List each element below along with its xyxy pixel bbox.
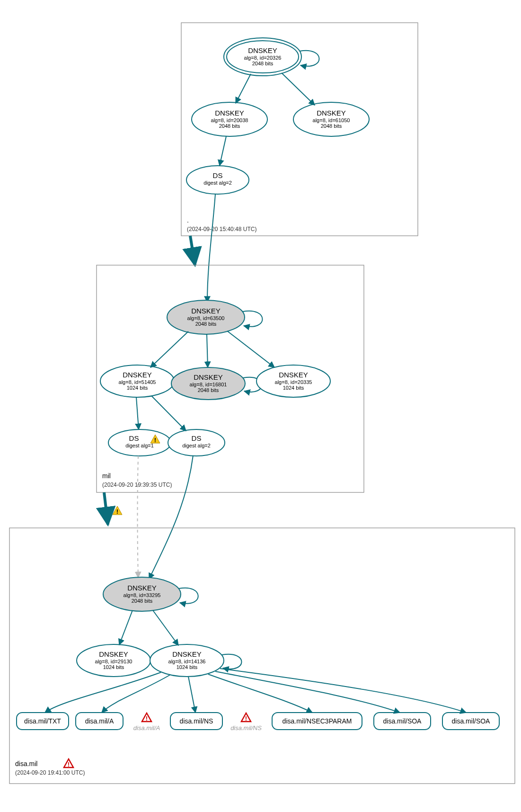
- zone-mil-label: mil: [102, 472, 111, 480]
- edge-rootk2-ds: [220, 136, 226, 166]
- error-icon: [241, 713, 251, 722]
- rr-ns-ghost-label: disa.mil/NS: [230, 724, 262, 732]
- edge-ds2-disak1: [149, 455, 193, 579]
- disa-k2-sub2: 1024 bits: [103, 664, 124, 670]
- mil-k2-title: DNSKEY: [123, 371, 152, 379]
- rr-ns-ghost: disa.mil/NS: [230, 713, 262, 732]
- rr-a-label: disa.mil/A: [85, 717, 114, 725]
- mil-ds2-title: DS: [192, 434, 202, 442]
- edge-milk1-k4: [227, 331, 274, 367]
- mil-k1-title: DNSKEY: [191, 307, 221, 315]
- mil-k2-sub2: 1024 bits: [127, 385, 148, 391]
- rr-nsec3: disa.mil/NSEC3PARAM: [272, 713, 362, 730]
- edge-root-ksk-self: [300, 51, 319, 66]
- edge-k3-soa2: [220, 669, 466, 713]
- rr-soa2: disa.mil/SOA: [442, 713, 499, 730]
- error-icon: [142, 713, 151, 722]
- mil-k3-sub2: 2048 bits: [198, 387, 219, 393]
- edge-k3-ns: [188, 677, 195, 713]
- disa-k3-sub1: alg=8, id=14136: [168, 659, 206, 664]
- edge-rootksk-k2: [236, 74, 251, 103]
- disa-k1-sub2: 2048 bits: [132, 598, 153, 604]
- root-k3-sub2: 2048 bits: [321, 123, 342, 129]
- mil-k1-sub1: alg=8, id=63500: [187, 315, 225, 321]
- edge-disak3-self: [222, 654, 242, 669]
- zone-disa-label: disa.mil: [15, 760, 37, 767]
- mil-k3-sub1: alg=8, id=16801: [190, 382, 227, 387]
- edge-milk1-k2: [150, 331, 188, 367]
- root-k3-sub1: alg=8, id=61050: [313, 117, 350, 123]
- rr-soa2-label: disa.mil/SOA: [452, 717, 491, 725]
- disa-k3-title: DNSKEY: [172, 650, 202, 658]
- mil-k3-title: DNSKEY: [194, 373, 223, 381]
- mil-ds1-sub1: digest alg=1: [125, 443, 154, 448]
- root-k2-sub2: 2048 bits: [219, 123, 240, 129]
- disa-k1-sub1: alg=8, id=33295: [124, 592, 161, 598]
- root-ds-sub1: digest alg=2: [203, 180, 232, 186]
- mil-k1-sub2: 2048 bits: [195, 321, 217, 327]
- edge-milk1-self: [243, 311, 263, 327]
- root-ksk-sub1: alg=8, id=20326: [244, 55, 282, 61]
- zone-root-label: .: [187, 216, 189, 224]
- edge-milk2-ds1: [136, 397, 139, 429]
- edge-disak1-k3: [153, 610, 178, 645]
- edge-disak1-self: [179, 588, 198, 604]
- edge-deleg-root-mil: [190, 236, 195, 265]
- mil-k4-title: DNSKEY: [279, 371, 308, 379]
- rr-ns: disa.mil/NS: [170, 713, 222, 730]
- rr-a-ghost: disa.mil/A: [133, 713, 160, 732]
- mil-k4-sub1: alg=8, id=20335: [275, 379, 312, 385]
- edge-k3-txt: [45, 672, 161, 713]
- warning-icon: [113, 506, 122, 515]
- edge-milk1-k3: [207, 334, 208, 367]
- rr-ns-label: disa.mil/NS: [180, 717, 213, 725]
- disa-k1-title: DNSKEY: [127, 584, 157, 592]
- mil-ds2-sub1: digest alg=2: [182, 443, 211, 448]
- mil-k2-sub1: alg=8, id=51405: [119, 379, 156, 385]
- edge-ds1-disak1-dashed: [138, 456, 139, 578]
- disa-k2-title: DNSKEY: [99, 650, 128, 658]
- rr-txt-label: disa.mil/TXT: [24, 717, 61, 725]
- edge-k3-soa1: [215, 671, 400, 713]
- disa-k3-sub2: 1024 bits: [177, 664, 198, 670]
- root-ds-title: DS: [213, 171, 223, 179]
- root-k2-sub1: alg=8, id=20038: [211, 117, 248, 123]
- edge-rootds-milk1: [207, 194, 215, 302]
- dnssec-graph: ! ! . (2024-09-20 15:40:48 UTC) DNSKEY a…: [0, 0, 521, 812]
- edge-disak1-k2: [119, 610, 132, 645]
- disa-k2-sub1: alg=8, id=29130: [95, 659, 132, 664]
- zone-root-time: (2024-09-20 15:40:48 UTC): [187, 226, 256, 232]
- edge-rootksk-k3: [282, 73, 315, 105]
- rr-a-ghost-label: disa.mil/A: [133, 724, 160, 732]
- root-k2-title: DNSKEY: [215, 109, 244, 117]
- rr-txt: disa.mil/TXT: [17, 713, 69, 730]
- root-ksk-sub2: 2048 bits: [252, 61, 274, 66]
- rr-soa1-label: disa.mil/SOA: [383, 717, 422, 725]
- edge-milk2-ds2: [151, 396, 186, 431]
- root-k3-title: DNSKEY: [317, 109, 346, 117]
- edge-deleg-mil-disa: [104, 492, 108, 525]
- zone-mil-time: (2024-09-20 19:39:35 UTC): [102, 482, 172, 488]
- rr-a: disa.mil/A: [76, 713, 123, 730]
- mil-k4-sub2: 1024 bits: [283, 385, 304, 391]
- rr-nsec3-label: disa.mil/NSEC3PARAM: [283, 717, 352, 725]
- error-icon: [64, 759, 73, 768]
- mil-ds1-title: DS: [129, 434, 139, 442]
- root-ksk-title: DNSKEY: [248, 46, 277, 54]
- rr-soa1: disa.mil/SOA: [374, 713, 431, 730]
- zone-disa-time: (2024-09-20 19:41:00 UTC): [15, 769, 85, 776]
